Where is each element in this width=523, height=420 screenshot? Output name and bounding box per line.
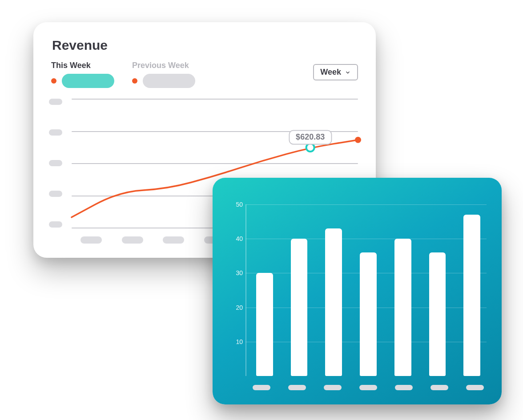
- grid-line: [245, 239, 487, 239]
- legend-group: This Week Previous Week: [51, 61, 195, 88]
- revenue-controls: This Week Previous Week Week: [51, 61, 358, 88]
- legend-label: Previous Week: [132, 61, 195, 70]
- period-select[interactable]: Week: [313, 64, 358, 80]
- bars-container: [250, 204, 487, 376]
- grid-line: [245, 204, 487, 205]
- highlight-marker[interactable]: [306, 144, 314, 152]
- x-tick-placeholder: [359, 385, 377, 390]
- y-tick-placeholder: [49, 191, 62, 197]
- x-tick-placeholder: [395, 385, 413, 390]
- period-select-label: Week: [320, 68, 341, 77]
- y-axis-line: [245, 204, 246, 376]
- tooltip-badge: $620.83: [289, 130, 332, 144]
- card-title: Revenue: [52, 38, 358, 53]
- legend-pill: [143, 74, 195, 88]
- y-tick-label: 20: [223, 304, 243, 311]
- y-tick-label: 40: [223, 235, 243, 242]
- dot-icon: [51, 78, 56, 84]
- legend-previous-week[interactable]: Previous Week: [132, 61, 195, 88]
- y-tick-placeholder: [49, 99, 62, 105]
- x-tick-placeholder: [80, 236, 102, 244]
- bar[interactable]: [429, 252, 446, 376]
- y-tick-label: 50: [223, 201, 243, 208]
- y-tick-label: 30: [223, 269, 243, 276]
- bar[interactable]: [360, 252, 377, 376]
- x-tick-placeholder: [466, 385, 484, 390]
- bar-chart-card: 1020304050: [213, 178, 502, 404]
- y-tick-placeholder: [49, 129, 62, 136]
- y-axis-placeholders: [49, 99, 67, 228]
- bar[interactable]: [256, 273, 273, 376]
- x-axis-placeholders: [250, 385, 487, 390]
- x-tick-placeholder: [122, 236, 143, 244]
- legend-pill: [62, 74, 114, 88]
- bar[interactable]: [325, 228, 342, 376]
- legend-label: This Week: [51, 61, 114, 70]
- line-end-point: [355, 137, 361, 143]
- grid-line: [245, 308, 487, 308]
- x-tick-placeholder: [163, 236, 184, 244]
- tooltip-value: $620.83: [296, 132, 325, 141]
- chevron-down-icon: [345, 69, 351, 76]
- x-tick-placeholder: [253, 385, 270, 390]
- legend-this-week[interactable]: This Week: [51, 61, 114, 88]
- y-tick-placeholder: [49, 160, 62, 166]
- grid-line: [245, 342, 487, 342]
- x-tick-placeholder: [324, 385, 342, 390]
- bar-plot-area: 1020304050: [223, 204, 491, 394]
- x-tick-placeholder: [288, 385, 306, 390]
- dot-icon: [132, 78, 137, 84]
- grid-line: [245, 273, 487, 273]
- y-tick-label: 10: [223, 338, 243, 345]
- y-tick-placeholder: [49, 221, 62, 228]
- legend-swatch-row: [51, 74, 114, 88]
- x-tick-placeholder: [430, 385, 448, 390]
- legend-swatch-row: [132, 74, 195, 88]
